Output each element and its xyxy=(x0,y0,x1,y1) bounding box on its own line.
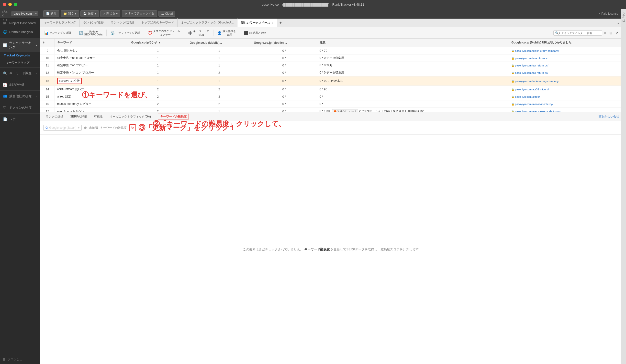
sidebar: プロジェクト： paso-jiyu.com ⊞ Project Dashboar… xyxy=(0,9,40,364)
sidebar-item-tracked-keywords[interactable]: Tracked Keywords xyxy=(0,52,40,59)
col-notice[interactable]: 注意 xyxy=(317,39,509,47)
table-row[interactable]: 11 確定申告 mac ブロガー1 1 0 *0 * 0 本丸paso-jiyu… xyxy=(40,62,621,69)
table-row[interactable]: 17 mac シャットダウン2 1 0 *0 * 1,300 🦀 注目のスニペッ… xyxy=(40,108,621,112)
keywords-table-container[interactable]: # キーワード Google.co.jpランク ▾ Google.co.jp (… xyxy=(40,39,621,112)
search-input[interactable] xyxy=(561,32,600,34)
bottom-tab-serp-detail[interactable]: SERPの詳細 xyxy=(67,113,90,121)
columns-button[interactable]: ⊞ xyxy=(608,30,613,36)
window-controls[interactable] xyxy=(3,3,17,6)
bottom-tab-keyword-link[interactable]: 頭おかしい会社 xyxy=(599,115,619,119)
table-row[interactable]: 16 macos monterey レビュー2 2 0 *0 *paso-jiy… xyxy=(40,100,621,108)
save-button[interactable]: 💾 保存 ▾ xyxy=(80,10,99,17)
cell-keyword: mac シャットダウン xyxy=(55,108,129,112)
cell-rank: 1 xyxy=(129,47,187,55)
refresh-icon: ↻ xyxy=(124,12,127,15)
close-button[interactable]: ✕ 閉じる ▾ xyxy=(100,10,120,17)
sidebar-item-keyword-research[interactable]: 🔍 キーワード調査 › xyxy=(0,69,40,78)
col-mobile2[interactable]: Google.co.jp (Mobile) ... xyxy=(251,39,317,47)
sidebar-divider-2 xyxy=(0,67,40,68)
refresh-difficulty-button[interactable]: ↻ xyxy=(129,124,136,131)
compare-icon: ⬛ xyxy=(244,31,248,35)
x-icon: ✕ xyxy=(103,12,105,15)
tab-ranking-detail[interactable]: ランキングの詳細 xyxy=(107,18,138,27)
table-row[interactable]: 15 alfred 設定2 3 0 *0 *paso-jiyu.com/alfr… xyxy=(40,93,621,100)
bottom-tab-organic-ga[interactable]: オーガニックトラフィック(GA) xyxy=(106,113,154,121)
sidebar-item-keyword-map[interactable]: キーワードマップ xyxy=(0,59,40,66)
cell-mobile1: 1 xyxy=(187,76,251,86)
search-icon: 🔍 xyxy=(3,71,7,75)
sidebar-item-domain-strength[interactable]: 🛡 ドメインの強度 xyxy=(0,103,40,112)
new-icon: 📄 xyxy=(46,12,50,15)
table-row[interactable]: 14 acr39-nttcom 使い方2 2 0 *0 * 90paso-jiy… xyxy=(40,86,621,93)
tab-top10[interactable]: トップ10内のキーワード xyxy=(138,18,178,27)
cell-num: 14 xyxy=(40,86,55,93)
close-window-button[interactable] xyxy=(3,3,6,6)
col-keyword[interactable]: キーワード xyxy=(55,39,129,47)
maximize-window-button[interactable] xyxy=(14,3,17,6)
engine-select[interactable]: G Google.co.jp (Japan) ▾ xyxy=(43,125,82,131)
chevron-right-icon-2: › xyxy=(36,95,37,98)
check-all-button[interactable]: ↻ すべてチェックする xyxy=(122,10,157,17)
keywords-table: # キーワード Google.co.jpランク ▾ Google.co.jp (… xyxy=(40,39,621,112)
sidebar-item-competitor-research[interactable]: 👥 競合他社の研究 › xyxy=(0,92,40,101)
add-keyword-button[interactable]: ➕ キーワードの 追加 xyxy=(186,28,211,38)
col-mobile1[interactable]: Google.co.jp (Mobile)... xyxy=(187,39,251,47)
sidebar-divider-1 xyxy=(0,37,40,37)
sidebar-item-project-dashboard[interactable]: ⊞ Project Dashboard xyxy=(0,19,40,27)
empty-state: この要素はまだチェックされていません。 キーワード難易度 を更新してSERPデー… xyxy=(40,134,621,364)
export-button[interactable]: ↗ xyxy=(614,30,619,36)
cell-rank: 2 xyxy=(129,108,187,112)
save-icon: 💾 xyxy=(83,12,87,15)
tab-add-button[interactable]: + xyxy=(277,19,284,27)
check-ranking-button[interactable]: 📊 ランキングを確認 xyxy=(42,30,73,36)
tab-new-workspace[interactable]: 新しいワークスペース ≡ xyxy=(237,19,277,27)
tab-collapse-button[interactable]: « xyxy=(616,20,621,27)
bottom-tab-visibility[interactable]: 可視性 xyxy=(90,113,106,121)
tab-keywords-ranking[interactable]: キーワードとランキング xyxy=(40,18,80,27)
col-url[interactable]: Google.co.jp (Mobile) URLが見つかりました xyxy=(509,39,621,47)
right-sidebar: ツールバー xyxy=(621,9,626,364)
tab-menu-icon[interactable]: ≡ xyxy=(272,21,274,24)
filter-button[interactable]: ⧖ xyxy=(603,30,607,36)
search-box[interactable]: 🔍▾ xyxy=(553,30,602,36)
search-dropdown-icon[interactable]: 🔍▾ xyxy=(555,31,560,35)
compare-results-button[interactable]: ⬛ 前 結果と比較 xyxy=(242,30,268,36)
chart-icon: 📊 xyxy=(3,43,7,47)
schedule-button[interactable]: ⏰ タスクのスケジュール ＆アラート xyxy=(146,28,182,38)
sidebar-divider-6 xyxy=(0,113,40,114)
cloud-button[interactable]: ☁ Cloud xyxy=(158,11,175,17)
cell-rank: 2 xyxy=(129,93,187,100)
update-seo-button[interactable]: 🔄 Update SEO/PPC Data xyxy=(77,29,104,37)
tab-organic-traffic[interactable]: オーガニックトラフィック（Google A... xyxy=(178,18,237,27)
col-rank[interactable]: Google.co.jpランク ▾ xyxy=(129,39,187,47)
bottom-tab-keyword-difficulty[interactable]: キーワードの難易度 xyxy=(154,113,193,121)
right-sidebar-icon-1[interactable]: ツールバー xyxy=(622,11,626,20)
sidebar-item-rank-tracking[interactable]: 📊 ランクトラッキング ▾ xyxy=(0,38,40,52)
sidebar-footer: ☰ タスクなし xyxy=(0,355,40,364)
update-traffic-button[interactable]: 📡 トラフィックを更新 xyxy=(109,30,142,36)
cell-mobile1: 3 xyxy=(187,93,251,100)
bottom-tab-rank-progress[interactable]: ランクの進捗 xyxy=(42,113,67,121)
col-num[interactable]: # xyxy=(40,39,55,47)
cell-notice: 0 * 0 データ収集用 xyxy=(317,69,509,76)
table-row[interactable]: 13 頭おかしい会社1 1 0 *0 * 90 これが本丸paso-jiyu.c… xyxy=(40,76,621,86)
table-row[interactable]: 12 確定申告 パソコン ブロガー1 2 0 *0 * 0 データ収集用paso… xyxy=(40,69,621,76)
sidebar-item-serp-analysis[interactable]: 📈 SERP分析 xyxy=(0,80,40,89)
project-select[interactable]: paso-jiyu.com xyxy=(11,11,38,16)
open-button[interactable]: 📁 開く ▾ xyxy=(61,10,79,17)
add-icon: ➕ xyxy=(188,31,192,35)
minimize-window-button[interactable] xyxy=(8,3,12,6)
cell-mobile2: 0 * xyxy=(251,55,317,62)
sidebar-item-domain-analysis[interactable]: 🌐 Domain Analysis xyxy=(0,27,40,36)
keyword-difficulty-label: キーワードの難易度 xyxy=(158,114,189,119)
new-button[interactable]: 📄 新規 xyxy=(43,10,59,17)
chevron-right-icon: › xyxy=(36,71,37,75)
tab-ranking-progress[interactable]: ランキング進捗 xyxy=(80,18,107,27)
cell-keyword: alfred 設定 xyxy=(55,93,129,100)
table-row[interactable]: 9 会社 頭おかしい1 1 0 *0 * 70paso-jiyu.com/fuc… xyxy=(40,47,621,55)
table-row[interactable]: 10 確定申告 mac e-tax ブロガー1 1 0 *0 * 0 データ収集… xyxy=(40,55,621,62)
show-competitor-button[interactable]: 👤 競合他社を 表示 xyxy=(215,28,238,38)
sidebar-item-reports[interactable]: 📄 レポート xyxy=(0,115,40,124)
separator-4 xyxy=(184,30,184,36)
bar-chart-icon: 📈 xyxy=(3,83,7,87)
